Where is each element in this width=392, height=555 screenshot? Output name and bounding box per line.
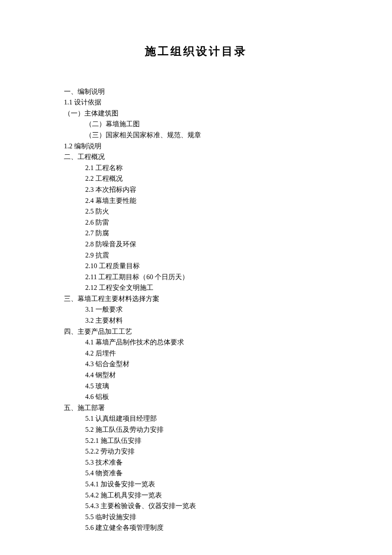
toc-line: 5.2.1 施工队伍安排 <box>64 435 328 446</box>
toc-line: 5.4.3 主要检验设备、仪器安排一览表 <box>64 500 328 512</box>
toc-line: 4.5 玻璃 <box>64 381 328 392</box>
toc-line: 2.10 工程质量目标 <box>64 260 328 272</box>
toc-line: 5.2 施工队伍及劳动力安排 <box>64 424 328 435</box>
table-of-contents: 一、编制说明1.1 设计依据（一）主体建筑图（二）幕墙施工图（三）国家相关国家标… <box>64 86 328 533</box>
toc-line: 4.6 铝板 <box>64 391 328 402</box>
toc-line: 5.4.2 施工机具安排一览表 <box>64 490 328 501</box>
toc-line: 5.6 建立健全各项管理制度 <box>64 522 328 533</box>
toc-line: 2.6 防雷 <box>64 217 328 228</box>
toc-line: 2.5 防火 <box>64 206 328 217</box>
document-title: 施工组织设计目录 <box>64 43 328 61</box>
toc-line: 5.1 认真组建项目经理部 <box>64 413 328 424</box>
toc-line: 二、工程概况 <box>64 151 328 162</box>
toc-line: 5.2.2 劳动力安排 <box>64 446 328 457</box>
toc-line: 2.9 抗震 <box>64 250 328 261</box>
toc-line: 一、编制说明 <box>64 86 328 97</box>
toc-line: 2.8 防噪音及环保 <box>64 239 328 250</box>
toc-line: 1.2 编制说明 <box>64 141 328 152</box>
toc-line: 5.4 物资准备 <box>64 468 328 479</box>
toc-line: 2.12 工程安全文明施工 <box>64 282 328 293</box>
toc-line: 4.2 后埋件 <box>64 348 328 359</box>
toc-line: （二）幕墙施工图 <box>64 119 328 130</box>
toc-line: 4.3 铝合金型材 <box>64 358 328 370</box>
toc-line: 3.2 主要材料 <box>64 315 328 326</box>
toc-line: 2.4 幕墙主要性能 <box>64 195 328 206</box>
toc-line: 四、主要产品加工工艺 <box>64 326 328 337</box>
toc-line: 4.1 幕墙产品制作技术的总体要求 <box>64 337 328 348</box>
toc-line: 1.1 设计依据 <box>64 97 328 108</box>
toc-line: 3.1 一般要求 <box>64 304 328 315</box>
toc-line: 五、施工部署 <box>64 402 328 413</box>
toc-line: 5.5 临时设施安排 <box>64 512 328 523</box>
toc-line: 三、幕墙工程主要材料选择方案 <box>64 293 328 304</box>
toc-line: （三）国家相关国家标准、规范、规章 <box>64 130 328 141</box>
toc-line: 5.3 技术准备 <box>64 457 328 468</box>
toc-line: 2.3 本次招标内容 <box>64 184 328 195</box>
toc-line: 2.7 防腐 <box>64 228 328 239</box>
toc-line: 2.2 工程概况 <box>64 173 328 184</box>
toc-line: 2.1 工程名称 <box>64 162 328 173</box>
toc-line: 2.11 工程工期目标（60 个日历天） <box>64 272 328 283</box>
toc-line: 5.4.1 加设备安排一览表 <box>64 479 328 490</box>
toc-line: （一）主体建筑图 <box>64 108 328 119</box>
toc-line: 4.4 钢型材 <box>64 370 328 381</box>
